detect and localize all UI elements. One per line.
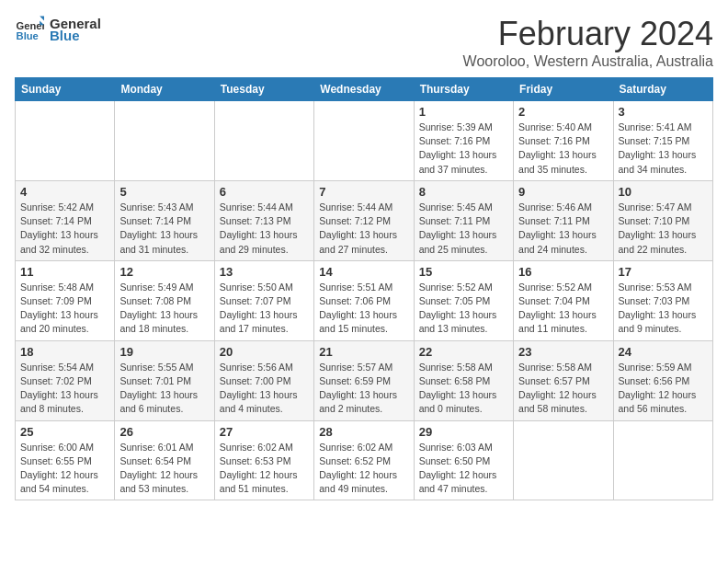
- day-number: 14: [319, 265, 408, 279]
- day-info: Sunrise: 6:02 AM Sunset: 6:53 PM Dayligh…: [220, 441, 309, 497]
- day-number: 29: [419, 425, 508, 439]
- logo: General Blue General Blue: [15, 15, 101, 44]
- day-info: Sunrise: 6:02 AM Sunset: 6:52 PM Dayligh…: [319, 441, 408, 497]
- weekday-header-friday: Friday: [514, 78, 613, 101]
- calendar-cell: [115, 101, 214, 181]
- day-number: 23: [518, 345, 608, 359]
- svg-text:Blue: Blue: [17, 30, 39, 41]
- day-info: Sunrise: 5:39 AM Sunset: 7:16 PM Dayligh…: [419, 121, 508, 177]
- calendar-cell: 19Sunrise: 5:55 AM Sunset: 7:01 PM Dayli…: [115, 340, 214, 420]
- calendar-cell: 24Sunrise: 5:59 AM Sunset: 6:56 PM Dayli…: [613, 340, 712, 420]
- day-number: 16: [518, 265, 608, 279]
- day-info: Sunrise: 5:57 AM Sunset: 6:59 PM Dayligh…: [319, 361, 408, 417]
- calendar-title: February 2024: [463, 15, 713, 53]
- calendar-cell: 12Sunrise: 5:49 AM Sunset: 7:08 PM Dayli…: [115, 260, 214, 340]
- calendar-cell: [314, 101, 414, 181]
- calendar-cell: [214, 101, 313, 181]
- day-number: 1: [419, 105, 508, 119]
- calendar-week-row: 1Sunrise: 5:39 AM Sunset: 7:16 PM Daylig…: [16, 101, 713, 181]
- weekday-header-row: SundayMondayTuesdayWednesdayThursdayFrid…: [16, 78, 713, 101]
- day-number: 7: [319, 185, 408, 199]
- day-info: Sunrise: 5:45 AM Sunset: 7:11 PM Dayligh…: [419, 201, 508, 257]
- day-number: 19: [119, 345, 209, 359]
- day-info: Sunrise: 5:40 AM Sunset: 7:16 PM Dayligh…: [518, 121, 608, 177]
- calendar-cell: 26Sunrise: 6:01 AM Sunset: 6:54 PM Dayli…: [115, 420, 214, 500]
- day-number: 8: [419, 185, 508, 199]
- calendar-cell: 25Sunrise: 6:00 AM Sunset: 6:55 PM Dayli…: [16, 420, 115, 500]
- calendar-table: SundayMondayTuesdayWednesdayThursdayFrid…: [15, 77, 713, 500]
- title-area: February 2024 Wooroloo, Western Australi…: [463, 15, 713, 70]
- day-info: Sunrise: 5:46 AM Sunset: 7:11 PM Dayligh…: [518, 201, 608, 257]
- day-number: 15: [419, 265, 508, 279]
- day-info: Sunrise: 5:54 AM Sunset: 7:02 PM Dayligh…: [20, 361, 109, 417]
- calendar-cell: 22Sunrise: 5:58 AM Sunset: 6:58 PM Dayli…: [414, 340, 513, 420]
- day-info: Sunrise: 5:44 AM Sunset: 7:12 PM Dayligh…: [319, 201, 408, 257]
- calendar-week-row: 4Sunrise: 5:42 AM Sunset: 7:14 PM Daylig…: [16, 180, 713, 260]
- day-info: Sunrise: 5:41 AM Sunset: 7:15 PM Dayligh…: [619, 121, 708, 177]
- weekday-header-tuesday: Tuesday: [214, 78, 313, 101]
- day-info: Sunrise: 6:01 AM Sunset: 6:54 PM Dayligh…: [119, 441, 209, 497]
- calendar-cell: 7Sunrise: 5:44 AM Sunset: 7:12 PM Daylig…: [314, 180, 414, 260]
- calendar-cell: 8Sunrise: 5:45 AM Sunset: 7:11 PM Daylig…: [414, 180, 513, 260]
- day-number: 18: [20, 345, 109, 359]
- day-number: 13: [220, 265, 309, 279]
- weekday-header-thursday: Thursday: [414, 78, 513, 101]
- day-info: Sunrise: 5:42 AM Sunset: 7:14 PM Dayligh…: [20, 201, 109, 257]
- calendar-cell: 1Sunrise: 5:39 AM Sunset: 7:16 PM Daylig…: [414, 101, 513, 181]
- calendar-week-row: 11Sunrise: 5:48 AM Sunset: 7:09 PM Dayli…: [16, 260, 713, 340]
- day-info: Sunrise: 5:44 AM Sunset: 7:13 PM Dayligh…: [220, 201, 309, 257]
- day-info: Sunrise: 5:59 AM Sunset: 6:56 PM Dayligh…: [619, 361, 708, 417]
- day-number: 4: [20, 185, 109, 199]
- day-number: 9: [518, 185, 608, 199]
- day-info: Sunrise: 5:52 AM Sunset: 7:04 PM Dayligh…: [518, 281, 608, 337]
- calendar-week-row: 18Sunrise: 5:54 AM Sunset: 7:02 PM Dayli…: [16, 340, 713, 420]
- calendar-cell: 9Sunrise: 5:46 AM Sunset: 7:11 PM Daylig…: [514, 180, 613, 260]
- calendar-cell: 23Sunrise: 5:58 AM Sunset: 6:57 PM Dayli…: [514, 340, 613, 420]
- day-number: 17: [619, 265, 708, 279]
- day-number: 12: [119, 265, 209, 279]
- calendar-cell: 5Sunrise: 5:43 AM Sunset: 7:14 PM Daylig…: [115, 180, 214, 260]
- calendar-cell: 11Sunrise: 5:48 AM Sunset: 7:09 PM Dayli…: [16, 260, 115, 340]
- day-info: Sunrise: 5:58 AM Sunset: 6:57 PM Dayligh…: [518, 361, 608, 417]
- day-info: Sunrise: 5:58 AM Sunset: 6:58 PM Dayligh…: [419, 361, 508, 417]
- day-info: Sunrise: 5:56 AM Sunset: 7:00 PM Dayligh…: [220, 361, 309, 417]
- day-info: Sunrise: 5:52 AM Sunset: 7:05 PM Dayligh…: [419, 281, 508, 337]
- calendar-cell: 10Sunrise: 5:47 AM Sunset: 7:10 PM Dayli…: [613, 180, 712, 260]
- day-number: 25: [20, 425, 109, 439]
- calendar-cell: [514, 420, 613, 500]
- day-info: Sunrise: 5:47 AM Sunset: 7:10 PM Dayligh…: [619, 201, 708, 257]
- calendar-cell: 13Sunrise: 5:50 AM Sunset: 7:07 PM Dayli…: [214, 260, 313, 340]
- calendar-cell: 21Sunrise: 5:57 AM Sunset: 6:59 PM Dayli…: [314, 340, 414, 420]
- calendar-cell: 29Sunrise: 6:03 AM Sunset: 6:50 PM Dayli…: [414, 420, 513, 500]
- calendar-cell: 16Sunrise: 5:52 AM Sunset: 7:04 PM Dayli…: [514, 260, 613, 340]
- calendar-cell: 6Sunrise: 5:44 AM Sunset: 7:13 PM Daylig…: [214, 180, 313, 260]
- day-info: Sunrise: 5:43 AM Sunset: 7:14 PM Dayligh…: [119, 201, 209, 257]
- day-info: Sunrise: 5:51 AM Sunset: 7:06 PM Dayligh…: [319, 281, 408, 337]
- day-info: Sunrise: 6:03 AM Sunset: 6:50 PM Dayligh…: [419, 441, 508, 497]
- day-number: 2: [518, 105, 608, 119]
- logo-icon: General Blue: [15, 15, 44, 44]
- weekday-header-sunday: Sunday: [16, 78, 115, 101]
- calendar-cell: 27Sunrise: 6:02 AM Sunset: 6:53 PM Dayli…: [214, 420, 313, 500]
- calendar-cell: 18Sunrise: 5:54 AM Sunset: 7:02 PM Dayli…: [16, 340, 115, 420]
- weekday-header-saturday: Saturday: [613, 78, 712, 101]
- page-header: General Blue General Blue February 2024 …: [15, 15, 713, 70]
- weekday-header-monday: Monday: [115, 78, 214, 101]
- day-number: 5: [119, 185, 209, 199]
- weekday-header-wednesday: Wednesday: [314, 78, 414, 101]
- calendar-cell: [613, 420, 712, 500]
- calendar-cell: 2Sunrise: 5:40 AM Sunset: 7:16 PM Daylig…: [514, 101, 613, 181]
- day-number: 10: [619, 185, 708, 199]
- day-number: 22: [419, 345, 508, 359]
- day-info: Sunrise: 5:55 AM Sunset: 7:01 PM Dayligh…: [119, 361, 209, 417]
- calendar-cell: 20Sunrise: 5:56 AM Sunset: 7:00 PM Dayli…: [214, 340, 313, 420]
- day-number: 27: [220, 425, 309, 439]
- day-number: 21: [319, 345, 408, 359]
- calendar-week-row: 25Sunrise: 6:00 AM Sunset: 6:55 PM Dayli…: [16, 420, 713, 500]
- calendar-subtitle: Wooroloo, Western Australia, Australia: [463, 53, 713, 70]
- calendar-cell: 15Sunrise: 5:52 AM Sunset: 7:05 PM Dayli…: [414, 260, 513, 340]
- day-number: 11: [20, 265, 109, 279]
- calendar-cell: 17Sunrise: 5:53 AM Sunset: 7:03 PM Dayli…: [613, 260, 712, 340]
- calendar-cell: 3Sunrise: 5:41 AM Sunset: 7:15 PM Daylig…: [613, 101, 712, 181]
- calendar-cell: 28Sunrise: 6:02 AM Sunset: 6:52 PM Dayli…: [314, 420, 414, 500]
